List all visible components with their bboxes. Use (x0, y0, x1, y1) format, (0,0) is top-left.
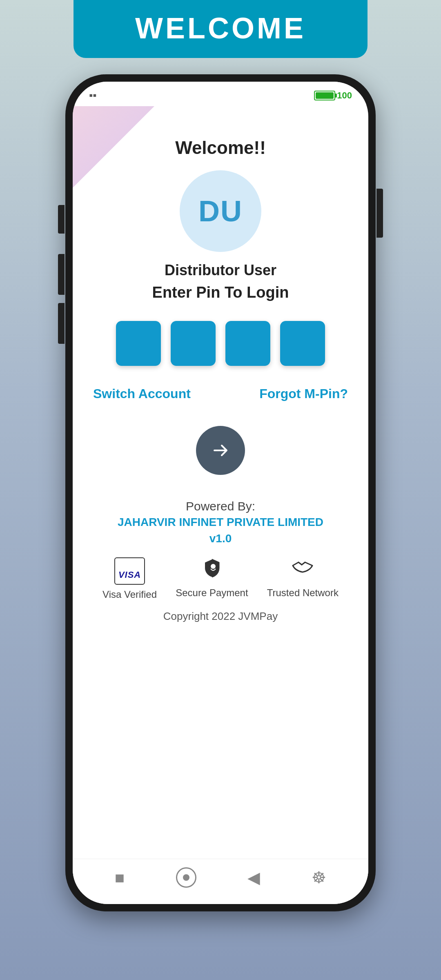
trusted-network-badge: Trusted Network (267, 557, 339, 600)
pin-box-4[interactable] (280, 321, 325, 366)
powered-by-label: Powered By: (118, 499, 323, 513)
screen-content: Welcome!! DU Distributor User Enter Pin … (73, 105, 368, 859)
pin-box-3[interactable] (225, 321, 270, 366)
visa-icon: VISA (114, 557, 145, 585)
enter-pin-label: Enter Pin To Login (152, 284, 289, 301)
battery-fill (316, 92, 334, 99)
pin-box-2[interactable] (171, 321, 216, 366)
visa-label: Visa Verified (102, 589, 157, 600)
proceed-button[interactable] (196, 426, 245, 475)
accessibility-nav-icon[interactable]: ☸ (312, 868, 326, 887)
secure-payment-badge: Secure Payment (176, 557, 248, 600)
shield-icon (201, 557, 223, 583)
switch-account-button[interactable]: Switch Account (93, 386, 191, 401)
handshake-icon (291, 557, 314, 583)
visa-verified-badge: VISA Visa Verified (102, 557, 157, 600)
welcome-greeting: Welcome!! (175, 138, 266, 158)
signal-icon: ▪▪ (89, 89, 96, 102)
action-links: Switch Account Forgot M-Pin? (85, 386, 356, 401)
forgot-mpin-button[interactable]: Forgot M-Pin? (259, 386, 348, 401)
battery-text: 100 (337, 90, 352, 101)
corner-decoration (73, 106, 154, 188)
copyright-text: Copyright 2022 JVMPay (163, 610, 278, 623)
trust-badges: VISA Visa Verified S (85, 557, 356, 600)
status-bar: ▪▪ 100 (73, 82, 368, 105)
version-label: v1.0 (118, 532, 323, 545)
volume-down-button (58, 303, 65, 344)
circle-nav-icon[interactable] (176, 867, 196, 888)
volume-up-button (58, 254, 65, 295)
home-nav-icon[interactable]: ■ (115, 869, 125, 887)
phone-screen: ▪▪ 100 Welcome!! DU Distributor User Ent… (73, 82, 368, 904)
battery-icon (314, 91, 335, 100)
avatar: DU (180, 170, 261, 252)
powered-by-section: Powered By: JAHARVIR INFINET PRIVATE LIM… (118, 499, 323, 545)
bottom-nav: ■ ◀ ☸ (73, 859, 368, 904)
pin-box-1[interactable] (116, 321, 161, 366)
avatar-initials: DU (198, 194, 243, 228)
welcome-banner: WELCOME (74, 0, 368, 58)
svg-point-0 (211, 564, 216, 569)
pin-fields (116, 321, 325, 366)
phone-frame: ▪▪ 100 Welcome!! DU Distributor User Ent… (65, 74, 376, 911)
company-name: JAHARVIR INFINET PRIVATE LIMITED (118, 516, 323, 529)
secure-payment-label: Secure Payment (176, 587, 248, 599)
back-nav-icon[interactable]: ◀ (247, 868, 260, 887)
banner-title: WELCOME (74, 11, 368, 45)
trusted-network-label: Trusted Network (267, 587, 339, 599)
battery-indicator: 100 (314, 90, 352, 101)
arrow-right-icon (210, 440, 231, 461)
corner-triangle (73, 106, 154, 188)
user-name: Distributor User (165, 262, 276, 279)
